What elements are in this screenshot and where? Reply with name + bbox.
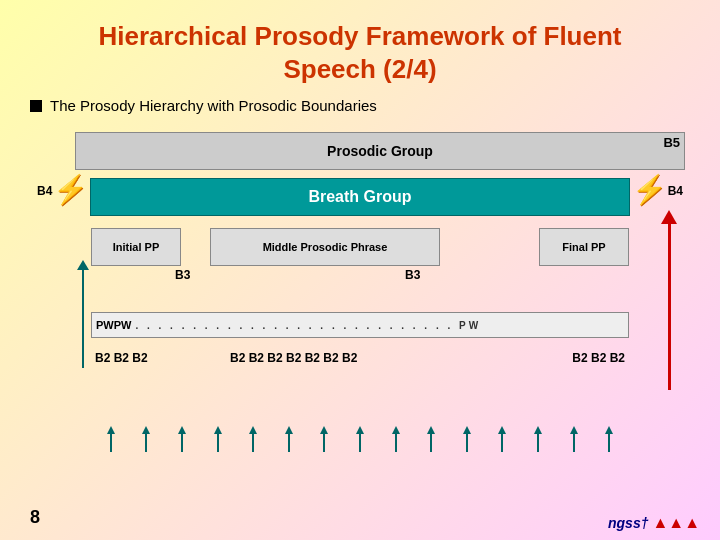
final-pp-label: Final PP xyxy=(562,241,605,253)
logo-area: ngss† ▲▲▲ xyxy=(608,514,700,532)
lightning-left-icon: ⚡ xyxy=(53,176,88,204)
slide-container: Hierarchical Prosody Framework of Fluent… xyxy=(0,0,720,540)
breath-group-label: Breath Group xyxy=(308,188,411,206)
b2-left: B2 B2 B2 xyxy=(95,351,148,365)
subtitle-line: The Prosody Hierarchy with Prosodic Boun… xyxy=(30,97,690,114)
teal-arrow-1 xyxy=(107,426,115,452)
teal-arrow-9 xyxy=(392,426,400,452)
b2-row: B2 B2 B2 B2 B2 B2 B2 B2 B2 B2 B2 B2 B2 xyxy=(35,348,685,368)
middle-pp-box: Middle Prosodic Phrase xyxy=(210,228,440,266)
teal-arrow-7 xyxy=(320,426,328,452)
teal-arrow-2 xyxy=(142,426,150,452)
logo-text: ngss† xyxy=(608,515,648,531)
breath-group-row: B4 ⚡ Breath Group B4 ⚡ xyxy=(35,176,685,220)
teal-arrow-4 xyxy=(214,426,222,452)
initial-pp-box: Initial PP xyxy=(91,228,181,266)
final-pp-box: Final PP xyxy=(539,228,629,266)
teal-arrow-10 xyxy=(427,426,435,452)
initial-pp-label: Initial PP xyxy=(113,241,159,253)
bullet-icon xyxy=(30,100,42,112)
prosodic-group-b5: B5 xyxy=(663,135,680,150)
bg-b4-left-label: B4 xyxy=(37,184,52,198)
left-vert-arrow xyxy=(77,260,89,368)
prosodic-group-row: Prosodic Group B5 xyxy=(35,132,685,172)
bg-b4-right-label: B4 xyxy=(668,184,683,198)
subtitle-text: The Prosody Hierarchy with Prosodic Boun… xyxy=(50,97,377,114)
pp-row: Initial PP Middle Prosodic Phrase Final … xyxy=(35,228,685,288)
teal-arrow-13 xyxy=(534,426,542,452)
prosodic-group-label: Prosodic Group xyxy=(327,143,433,159)
slide-title: Hierarchical Prosody Framework of Fluent… xyxy=(30,20,690,85)
teal-arrow-12 xyxy=(498,426,506,452)
teal-arrow-5 xyxy=(249,426,257,452)
b3-right-label: B3 xyxy=(405,268,420,282)
teal-arrow-11 xyxy=(463,426,471,452)
prosodic-group-box: Prosodic Group B5 xyxy=(75,132,685,170)
pw-prefix: PWPW xyxy=(96,319,131,331)
lightning-right-icon: ⚡ xyxy=(632,176,667,204)
b2-middle: B2 B2 B2 B2 B2 B2 B2 xyxy=(230,351,357,365)
right-vert-red-arrow xyxy=(661,210,677,390)
logo-arrows-icon: ▲▲▲ xyxy=(652,514,700,532)
diagram: Prosodic Group B5 B4 ⚡ Breath Group B4 ⚡… xyxy=(35,132,685,368)
teal-arrow-14 xyxy=(570,426,578,452)
b3-left-label: B3 xyxy=(175,268,190,282)
pw-box: PWPW . . . . . . . . . . . . . . . . . .… xyxy=(91,312,629,338)
middle-pp-label: Middle Prosodic Phrase xyxy=(263,241,388,253)
breath-group-box: Breath Group xyxy=(90,178,630,216)
pw-dots: . . . . . . . . . . . . . . . . . . . . … xyxy=(135,320,624,331)
teal-arrow-15 xyxy=(605,426,613,452)
teal-arrow-8 xyxy=(356,426,364,452)
b2-right: B2 B2 B2 xyxy=(572,351,625,365)
pw-row: PWPW . . . . . . . . . . . . . . . . . .… xyxy=(35,312,685,342)
teal-arrows-row xyxy=(93,430,627,452)
page-number: 8 xyxy=(30,507,40,528)
teal-arrow-6 xyxy=(285,426,293,452)
teal-arrow-3 xyxy=(178,426,186,452)
